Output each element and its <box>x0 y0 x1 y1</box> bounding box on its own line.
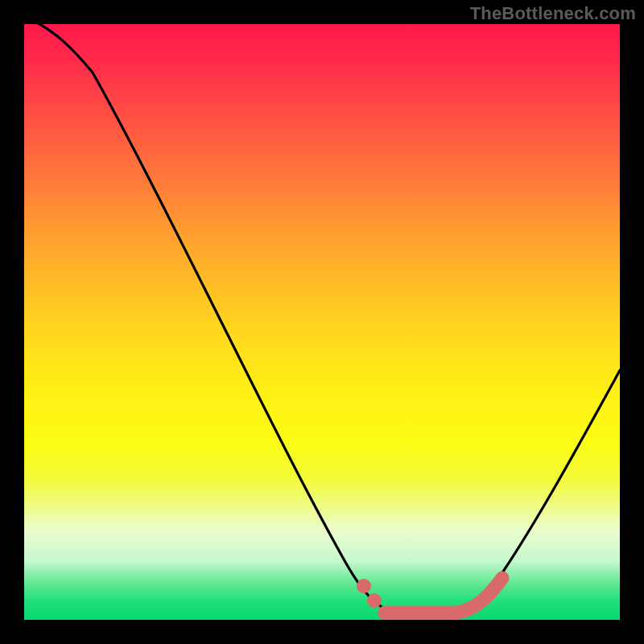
watermark-text: TheBottleneck.com <box>470 3 636 24</box>
optimal-highlight <box>385 578 502 613</box>
bottleneck-curve <box>24 24 620 620</box>
marker-dot <box>367 593 382 608</box>
marker-dot <box>357 579 371 593</box>
chart-frame: TheBottleneck.com <box>0 0 644 644</box>
curve-path <box>32 20 620 612</box>
